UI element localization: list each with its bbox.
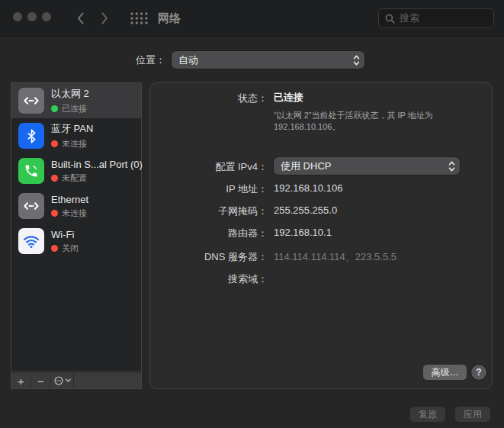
status-dot: [51, 245, 58, 252]
sidebar-item-builtin-serial-port[interactable]: Built-in S...al Port (0) 未配置: [11, 153, 141, 188]
configure-ipv4-value: 使用 DHCP: [281, 159, 331, 173]
back-button[interactable]: [74, 11, 86, 26]
remove-service-button[interactable]: −: [31, 373, 51, 388]
wifi-icon: [18, 228, 44, 254]
service-status: 关闭: [62, 243, 79, 254]
status-dot: [51, 140, 58, 147]
zoom-window-button[interactable]: [42, 12, 51, 21]
status-value: 已连接: [274, 91, 303, 105]
apply-button[interactable]: 应用: [455, 407, 490, 422]
help-button[interactable]: ?: [471, 365, 486, 380]
ip-address-value: 192.168.10.106: [274, 182, 342, 194]
service-name: Ethernet: [51, 194, 88, 205]
service-list-toolbar: + −: [11, 372, 142, 389]
window-controls: [13, 12, 51, 21]
service-name: 蓝牙 PAN: [51, 122, 93, 136]
search-input[interactable]: 搜索: [378, 8, 494, 28]
location-value: 自动: [178, 53, 198, 67]
circle-ellipsis-icon: [53, 375, 64, 386]
sidebar-item-ethernet[interactable]: Ethernet 未连接: [11, 188, 141, 224]
service-status: 未连接: [62, 208, 87, 219]
service-actions-button[interactable]: [51, 373, 74, 388]
status-dot: [51, 105, 58, 112]
router-label: 路由器：: [150, 227, 268, 240]
configure-ipv4-label: 配置 IPv4：: [150, 160, 268, 174]
forward-button[interactable]: [98, 11, 111, 26]
status-dot: [51, 175, 58, 182]
router-value: 192.168.10.1: [274, 227, 332, 238]
bluetooth-icon: [18, 123, 44, 149]
subnet-mask-value: 255.255.255.0: [274, 204, 337, 216]
status-dot: [51, 210, 58, 217]
sidebar-item-bluetooth-pan[interactable]: 蓝牙 PAN 未连接: [11, 118, 141, 153]
service-status: 未连接: [62, 138, 87, 150]
add-service-button[interactable]: +: [11, 373, 31, 388]
minimize-window-button[interactable]: [27, 12, 37, 21]
ethernet-icon: [18, 193, 44, 219]
service-status: 已连接: [62, 103, 87, 114]
dns-servers-label: DNS 服务器：: [150, 250, 268, 264]
sidebar-item-wifi[interactable]: Wi-Fi 关闭: [11, 224, 141, 259]
configure-ipv4-popup[interactable]: 使用 DHCP: [274, 157, 460, 175]
popup-chevrons-icon: [448, 160, 455, 172]
service-name: Wi-Fi: [51, 229, 79, 240]
service-status: 未配置: [62, 172, 87, 184]
dns-servers-value: 114.114.114.114、223.5.5.5: [274, 250, 396, 264]
phone-icon: [18, 158, 44, 184]
show-all-button[interactable]: [130, 12, 148, 27]
advanced-button[interactable]: 高级…: [423, 365, 467, 380]
service-name: Built-in S...al Port (0): [51, 159, 143, 170]
chevron-down-icon: [66, 378, 71, 383]
ethernet-icon: [18, 88, 44, 114]
location-label: 位置：: [76, 51, 165, 69]
window-title: 网络: [158, 0, 181, 37]
network-preferences-window: 网络 搜索 位置： 自动 以太网 2 已连接: [0, 0, 504, 428]
location-popup[interactable]: 自动: [172, 51, 364, 69]
search-placeholder: 搜索: [400, 11, 419, 25]
status-label: 状态：: [150, 92, 268, 105]
chevron-left-icon: [76, 11, 85, 25]
service-list: 以太网 2 已连接 蓝牙 PAN 未连接: [11, 82, 142, 372]
revert-button[interactable]: 复原: [410, 407, 445, 422]
service-name: 以太网 2: [51, 87, 89, 101]
search-domains-label: 搜索域：: [150, 272, 268, 286]
search-icon: [385, 14, 395, 24]
detail-panel: 状态： 已连接 “以太网 2”当前处于活跃状态，其 IP 地址为 192.168…: [149, 82, 493, 389]
titlebar: 网络 搜索: [0, 0, 504, 37]
grid-icon: [130, 12, 148, 24]
sidebar-item-ethernet-2[interactable]: 以太网 2 已连接: [11, 83, 141, 118]
popup-chevrons-icon: [353, 54, 360, 66]
ip-address-label: IP 地址：: [150, 182, 268, 196]
subnet-mask-label: 子网掩码：: [150, 204, 268, 218]
chevron-right-icon: [101, 11, 109, 25]
close-window-button[interactable]: [13, 12, 22, 21]
status-description: “以太网 2”当前处于活跃状态，其 IP 地址为 192.168.10.106。: [274, 110, 483, 133]
